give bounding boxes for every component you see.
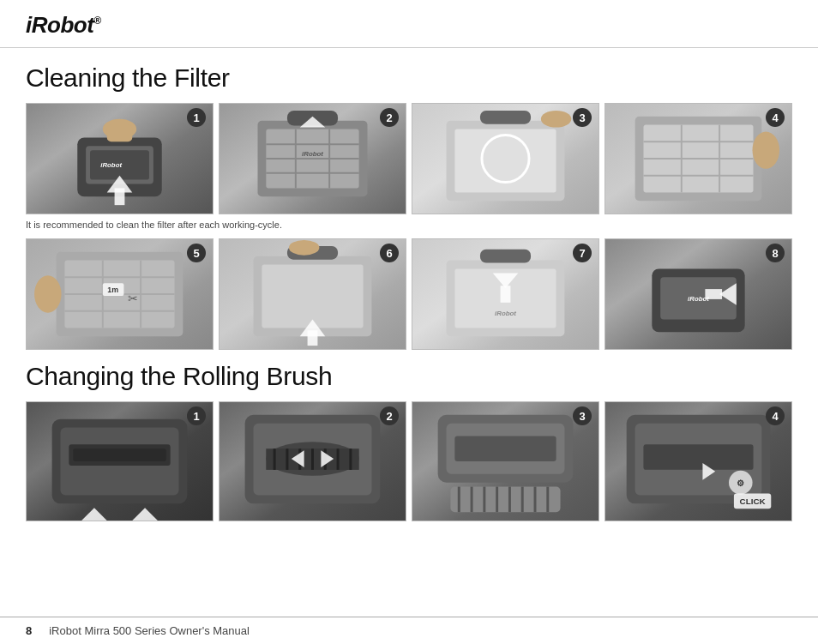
svg-text:iRobot: iRobot <box>302 150 323 158</box>
brush-step-3: 3 <box>412 401 599 521</box>
svg-rect-52 <box>501 286 511 303</box>
svg-point-45 <box>289 240 319 256</box>
svg-point-38 <box>34 275 62 312</box>
svg-rect-82 <box>454 436 556 461</box>
svg-rect-50 <box>480 250 531 263</box>
filter-step-6: 6 <box>219 238 406 350</box>
filter-img-1: iRobot <box>27 104 213 214</box>
filter-img-3 <box>412 104 598 214</box>
svg-rect-4 <box>107 125 133 142</box>
brush-step-4: ⚙ CLICK 4 <box>604 401 792 521</box>
svg-rect-6 <box>115 188 125 205</box>
brush-step-number-3: 3 <box>573 406 592 425</box>
footer: 8 iRobot Mirra 500 Series Owner's Manual <box>0 617 818 644</box>
content-area: Cleaning the Filter <box>0 48 818 535</box>
filter-step-1: iRobot 1 <box>26 103 214 214</box>
svg-rect-94 <box>643 444 753 470</box>
filter-img-7: iRobot <box>412 239 598 349</box>
brush-step-2: 2 <box>219 401 406 521</box>
logo-trademark: ® <box>93 15 100 27</box>
filter-img-8: iRobot <box>605 239 791 349</box>
svg-text:iRobot: iRobot <box>495 310 516 317</box>
brush-row1: 1 <box>26 401 792 521</box>
svg-rect-47 <box>308 330 318 346</box>
brush-step-number-4: 4 <box>766 406 785 425</box>
svg-text:CLICK: CLICK <box>740 497 767 506</box>
brush-step-number-2: 2 <box>380 406 399 425</box>
filter-row2: 1m ✂ 5 <box>26 238 792 350</box>
step-number-5: 5 <box>187 244 206 262</box>
brush-img-1 <box>27 402 213 521</box>
svg-text:⚙: ⚙ <box>737 478 744 488</box>
header: iRobot® <box>0 0 818 48</box>
filter-step-3: 3 <box>412 103 599 214</box>
section1-title: Cleaning the Filter <box>26 63 792 93</box>
filter-step-4: 4 <box>604 103 792 214</box>
step-number-2: 2 <box>380 108 399 127</box>
brush-img-2 <box>220 402 406 521</box>
step-number-3: 3 <box>573 108 592 127</box>
footer-page-number: 8 <box>26 624 32 637</box>
step-number-4: 4 <box>766 108 785 127</box>
brush-img-4: ⚙ CLICK <box>605 402 791 521</box>
step-number-7: 7 <box>573 244 592 262</box>
filter-img-6 <box>220 239 406 349</box>
step-number-8: 8 <box>766 244 785 262</box>
svg-marker-63 <box>81 508 107 521</box>
step-number-1: 1 <box>187 108 206 127</box>
svg-rect-20 <box>480 111 531 124</box>
logo-text: iRobot <box>26 12 93 38</box>
svg-point-30 <box>753 131 780 168</box>
filter-step-5: 1m ✂ 5 <box>26 238 214 350</box>
brush-img-3 <box>412 402 598 521</box>
footer-manual-text: iRobot Mirra 500 Series Owner's Manual <box>49 624 250 637</box>
page-wrapper: iRobot® Cleaning the Filter <box>0 0 818 644</box>
filter-img-2: iRobot <box>220 104 406 214</box>
brush-step-1: 1 <box>26 401 214 521</box>
filter-img-5: 1m ✂ <box>27 239 213 349</box>
brush-step-number-1: 1 <box>187 406 206 425</box>
svg-rect-43 <box>262 265 363 328</box>
svg-rect-62 <box>73 448 165 461</box>
filter-step-7: iRobot 7 <box>412 238 599 350</box>
logo: iRobot® <box>26 12 101 38</box>
svg-marker-65 <box>132 508 158 521</box>
filter-step-2: iRobot 2 <box>219 103 406 214</box>
filter-row1: iRobot 1 <box>26 103 792 214</box>
svg-rect-58 <box>705 289 722 299</box>
section2-title: Changing the Rolling Brush <box>26 362 792 391</box>
svg-text:1m: 1m <box>107 286 118 294</box>
svg-point-22 <box>541 111 571 128</box>
filter-step-8: iRobot 8 <box>604 238 792 350</box>
filter-caption: It is recommended to clean the filter af… <box>26 220 792 230</box>
filter-img-4 <box>605 104 791 214</box>
svg-text:✂: ✂ <box>128 292 138 305</box>
svg-text:iRobot: iRobot <box>100 161 122 169</box>
step-number-6: 6 <box>380 244 399 262</box>
svg-rect-83 <box>450 487 560 513</box>
